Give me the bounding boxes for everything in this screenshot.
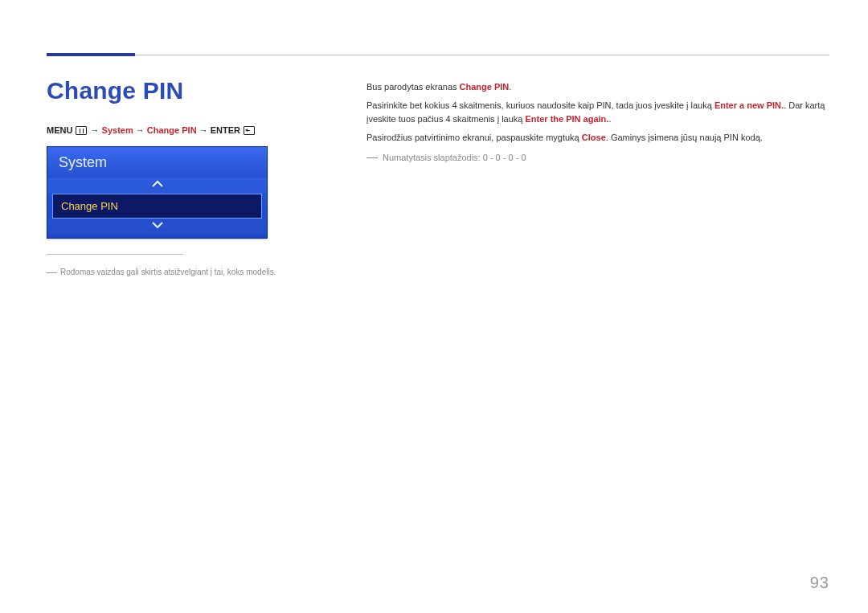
body-p3-prefix: Pasirodžius patvirtinimo ekranui, paspau… (366, 133, 582, 142)
dash-icon: ― (47, 266, 57, 278)
breadcrumb-arrow: → (91, 125, 100, 135)
osd-selected-item[interactable]: Change PIN (52, 194, 262, 219)
breadcrumb-system: System (102, 125, 133, 135)
menu-icon (76, 126, 87, 135)
body-p2-highlight-2: Enter the PIN again. (525, 114, 608, 124)
breadcrumb-menu-label: MENU (47, 125, 72, 135)
breadcrumb: MENU → System → Change PIN → ENTER (47, 125, 256, 135)
enter-icon (244, 126, 255, 135)
osd-panel: System Change PIN (47, 146, 268, 239)
page-number: 93 (810, 574, 829, 592)
breadcrumb-arrow: → (136, 125, 145, 135)
model-disclaimer: ―Rodomas vaizdas gali skirtis atsižvelgi… (47, 264, 276, 280)
body-paragraph-2: Pasirinkite bet kokius 4 skaitmenis, kur… (366, 99, 829, 126)
body-p3-suffix: . Gaminys įsimena jūsų naują PIN kodą. (606, 133, 763, 142)
top-horizontal-rule (47, 55, 829, 55)
chevron-up-icon (152, 180, 163, 188)
body-p2-suffix: . (608, 114, 611, 124)
body-p1-suffix: . (509, 82, 511, 92)
footnote-divider (47, 254, 183, 255)
body-p1-highlight: Change PIN (460, 82, 510, 92)
breadcrumb-change-pin: Change PIN (147, 125, 197, 135)
breadcrumb-enter-label: ENTER (211, 125, 240, 135)
body-p1-prefix: Bus parodytas ekranas (366, 82, 460, 92)
default-password-note: Numatytasis slaptažodis: 0 - 0 - 0 - 0 (366, 151, 829, 165)
page-title: Change PIN (47, 77, 183, 104)
body-p2-prefix: Pasirinkite bet kokius 4 skaitmenis, kur… (366, 100, 714, 110)
body-p3-highlight: Close (582, 133, 606, 142)
breadcrumb-arrow: → (199, 125, 208, 135)
body-p2-highlight-1: Enter a new PIN. (714, 100, 784, 110)
body-paragraph-3: Pasirodžius patvirtinimo ekranui, paspau… (366, 131, 829, 145)
dash-icon (366, 157, 378, 158)
osd-title: System (47, 147, 267, 178)
osd-up-arrow[interactable] (47, 178, 267, 194)
footnote-text: Rodomas vaizdas gali skirtis atsižvelgia… (60, 268, 276, 276)
top-accent-bar (47, 53, 135, 56)
osd-down-arrow[interactable] (47, 219, 267, 235)
default-password-text: Numatytasis slaptažodis: 0 - 0 - 0 - 0 (383, 153, 526, 162)
chevron-down-icon (152, 221, 163, 229)
osd-bottom-spacer (47, 235, 267, 238)
manual-page: Change PIN MENU → System → Change PIN → … (0, 0, 868, 613)
body-text: Bus parodytas ekranas Change PIN. Pasiri… (366, 80, 829, 170)
body-paragraph-1: Bus parodytas ekranas Change PIN. (366, 80, 829, 94)
